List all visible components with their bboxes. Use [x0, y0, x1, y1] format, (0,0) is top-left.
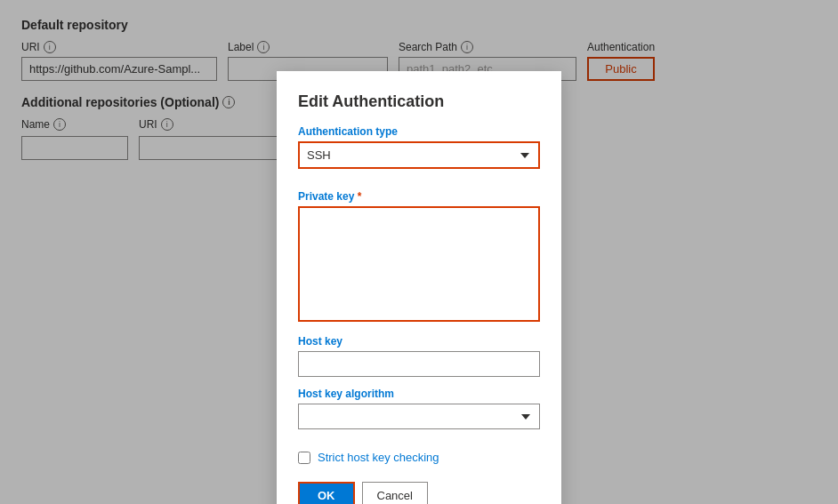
auth-type-select-wrapper: SSH Basic Token — [298, 141, 540, 180]
host-key-label: Host key — [298, 335, 540, 348]
strict-host-key-label[interactable]: Strict host key checking — [318, 451, 439, 464]
ok-button[interactable]: OK — [298, 482, 355, 504]
edit-auth-modal: Edit Authentication Authentication type … — [277, 71, 561, 504]
auth-type-label: Authentication type — [298, 125, 540, 138]
strict-host-key-row: Strict host key checking — [298, 451, 540, 464]
auth-type-select[interactable]: SSH Basic Token — [298, 141, 540, 169]
private-key-textarea[interactable] — [298, 206, 540, 322]
strict-host-key-checkbox[interactable] — [298, 452, 310, 464]
modal-actions: OK Cancel — [298, 482, 540, 504]
cancel-button[interactable]: Cancel — [362, 482, 428, 504]
private-key-label: Private key — [298, 190, 540, 203]
modal-overlay: Edit Authentication Authentication type … — [0, 0, 838, 504]
host-key-algorithm-label: Host key algorithm — [298, 388, 540, 400]
host-key-input[interactable] — [298, 351, 540, 377]
modal-title: Edit Authentication — [298, 92, 540, 111]
host-key-algorithm-select[interactable]: rsa ecdsa ed25519 — [298, 404, 540, 429]
host-key-algorithm-wrapper: rsa ecdsa ed25519 — [298, 404, 540, 440]
